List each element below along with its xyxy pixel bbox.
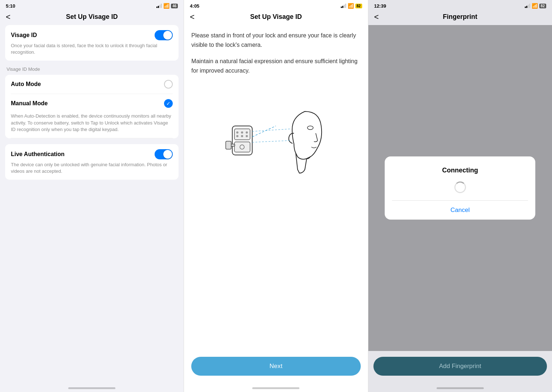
mode-section-label: Visage ID Mode [5,66,179,72]
visage-id-card: Visage ID Once your facial data is store… [5,25,179,61]
status-bar-1: 5:10 📶 46 [0,0,184,10]
home-indicator-1 [68,387,115,389]
svg-line-15 [252,140,291,142]
page-title-3: Fingerprint [443,13,477,21]
manual-mode-section: Manual Mode ✓ When Auto-Detection is ena… [11,94,173,138]
auto-mode-radio[interactable] [164,80,173,89]
manual-mode-label: Manual Mode [11,100,48,107]
svg-rect-1 [234,129,250,140]
back-button-3[interactable]: < [374,12,379,22]
face-lock-svg [221,90,330,180]
auto-mode-label: Auto Mode [11,81,41,87]
header-1: < Set Up Visage ID [0,10,184,25]
face-lock-illustration [191,82,360,188]
svg-line-14 [252,129,291,131]
instruction-1: Please stand in front of your lock and e… [191,31,360,49]
wifi-icon-1: 📶 [163,3,169,9]
svg-rect-11 [226,141,231,149]
panel2-content: Please stand in front of your lock and e… [184,25,368,351]
next-button[interactable]: Next [191,357,360,376]
add-fingerprint-wrap: Add Fingerprint [368,351,552,387]
status-time-1: 5:10 [6,3,15,9]
status-time-2: 4:05 [190,3,199,9]
svg-point-4 [246,131,248,134]
battery-2: 82 [355,4,362,8]
status-bar-3: 12:39 📶 82 [368,0,552,10]
next-button-wrap: Next [184,351,368,387]
instruction-2: Maintain a natural facial expression and… [191,57,360,75]
svg-point-13 [307,126,313,130]
panel3-main: + You Haven't Added Fingerprints Yet Con… [368,25,552,351]
svg-point-5 [236,135,238,137]
status-icons-3: 📶 82 [525,3,546,9]
visage-id-desc: Once your facial data is stored, face th… [11,42,173,56]
auto-mode-row[interactable]: Auto Mode [11,75,173,94]
home-indicator-3 [437,387,484,389]
svg-point-3 [241,131,243,134]
svg-point-2 [236,131,238,134]
panel-fingerprint: 12:39 📶 82 < Fingerprint + You Haven [368,0,552,392]
back-button-2[interactable]: < [190,12,195,22]
live-auth-label: Live Authentication [11,151,65,158]
status-bar-2: 4:05 📶 82 [184,0,368,10]
modal-overlay: Connecting Cancel [368,25,552,351]
status-icons-2: 📶 82 [341,3,362,9]
back-button-1[interactable]: < [6,12,11,22]
status-time-3: 12:39 [374,3,386,9]
panel1-content: Visage ID Once your facial data is store… [0,25,184,387]
status-icons-1: 📶 46 [156,3,178,9]
wifi-icon-3: 📶 [532,3,538,9]
mode-description: When Auto-Detection is enabled, the devi… [11,113,173,138]
header-3: < Fingerprint [368,10,552,25]
loading-spinner [454,181,466,193]
visage-id-toggle[interactable] [155,30,173,40]
svg-point-6 [241,135,243,137]
add-fingerprint-button[interactable]: Add Fingerprint [373,357,547,376]
battery-3: 82 [539,4,546,8]
modal-title: Connecting [442,167,478,174]
signal-icon-2 [341,4,346,8]
visage-id-label: Visage ID [11,32,37,38]
mode-card: Auto Mode Manual Mode ✓ When Auto-Detect… [5,75,179,138]
page-title-2: Set Up Visage ID [250,13,302,21]
page-title-1: Set Up Visage ID [66,13,118,21]
live-auth-desc: The device can only be unlocked with gen… [11,162,173,175]
manual-mode-radio[interactable]: ✓ [164,99,173,108]
panel-visage-instructions: 4:05 📶 82 < Set Up Visage ID Please stan… [184,0,368,392]
panel-visage-settings: 5:10 📶 46 < Set Up Visage ID Visage ID O… [0,0,184,392]
svg-point-7 [246,135,248,137]
home-indicator-2 [252,387,299,389]
svg-rect-8 [234,142,250,152]
live-auth-toggle[interactable] [155,149,173,159]
battery-1: 46 [171,4,178,8]
live-auth-card: Live Authentication The device can only … [5,144,179,180]
connecting-modal: Connecting Cancel [385,156,535,220]
signal-icon-3 [525,4,530,8]
cancel-button[interactable]: Cancel [392,201,528,220]
svg-line-12 [252,126,276,137]
wifi-icon-2: 📶 [348,3,354,9]
header-2: < Set Up Visage ID [184,10,368,25]
signal-icon-1 [156,4,162,8]
manual-mode-row[interactable]: Manual Mode ✓ [11,94,173,113]
